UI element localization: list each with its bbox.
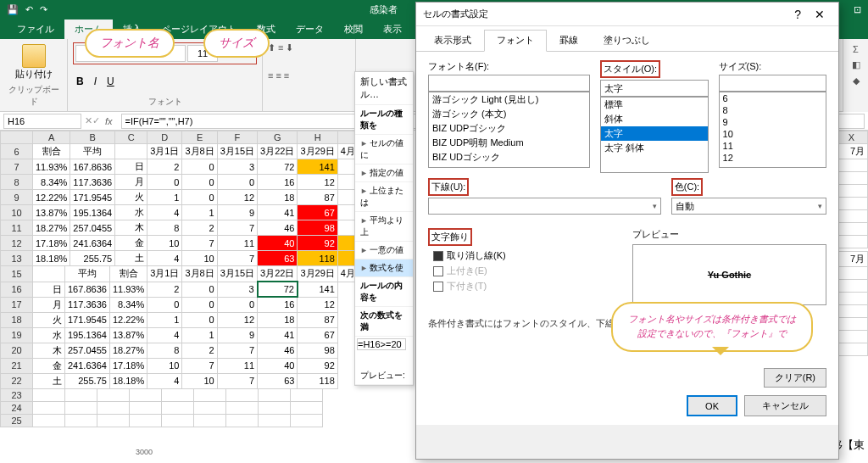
cell[interactable]: 0 [182, 312, 217, 327]
cell[interactable]: 水 [33, 327, 65, 343]
sum-icon[interactable]: Σ [853, 44, 859, 54]
cancel-button[interactable]: キャンセル [744, 395, 826, 416]
cell[interactable]: 117.3636 [70, 175, 115, 190]
cell[interactable] [836, 343, 868, 356]
enter-icon[interactable]: ✓ [92, 115, 100, 126]
fill-icon[interactable]: ◧ [852, 59, 860, 70]
row-header[interactable]: 19 [1, 327, 33, 343]
cell[interactable]: 4 [147, 205, 182, 220]
rule-formula-input[interactable] [357, 338, 406, 350]
sizelist-item[interactable]: 11 [720, 140, 826, 152]
cell[interactable]: 0 [147, 297, 182, 312]
cell[interactable] [33, 266, 65, 282]
cell[interactable]: 118 [298, 373, 337, 388]
sizelist-item[interactable]: 10 [720, 128, 826, 140]
cell[interactable]: 割合 [33, 144, 70, 159]
cell[interactable]: 8 [147, 343, 182, 358]
cell[interactable]: 7 [217, 343, 257, 358]
cell[interactable] [836, 236, 868, 248]
cell[interactable]: 195.1364 [65, 327, 110, 343]
cell[interactable]: 12.22% [33, 190, 70, 205]
fontlist-item[interactable]: BIZ UDP明朝 Medium [429, 136, 589, 150]
cell[interactable]: 171.9545 [65, 312, 110, 327]
italic-button[interactable]: I [91, 74, 100, 89]
cell[interactable]: 12.22% [109, 312, 147, 327]
cell[interactable]: 255.75 [65, 373, 110, 388]
stylelist-item[interactable]: 太字 斜体 [601, 141, 707, 155]
cell[interactable]: 木 [115, 220, 147, 236]
cell[interactable]: 167.8636 [65, 282, 110, 297]
underline-combo[interactable]: ▾ [428, 198, 661, 215]
cell[interactable]: 41 [258, 205, 298, 220]
cell[interactable]: 257.0455 [65, 343, 110, 358]
row-header[interactable]: 20 [1, 343, 33, 358]
help-icon[interactable]: ? [787, 6, 808, 23]
cell[interactable]: 7 [217, 251, 257, 266]
fontlist-item[interactable]: 游ゴシック Light (見出し) [429, 92, 589, 107]
cell[interactable]: 9 [217, 327, 257, 343]
paste-button[interactable]: 貼り付け [5, 42, 62, 82]
sizelist-item[interactable]: 8 [720, 104, 826, 116]
cell[interactable] [33, 388, 65, 401]
cell[interactable] [291, 414, 323, 427]
col-header[interactable]: H [298, 131, 337, 144]
cell[interactable]: 平均 [65, 266, 110, 282]
cell[interactable]: 1 [182, 205, 217, 220]
cell[interactable] [65, 388, 97, 401]
col-header[interactable]: X [836, 131, 868, 144]
cell[interactable]: 3月15日 [217, 266, 257, 282]
cell[interactable]: 土 [33, 373, 65, 388]
clear-button[interactable]: クリア(R) [764, 368, 826, 388]
cell[interactable]: 3月1日 [147, 144, 182, 159]
cell[interactable]: 0 [147, 175, 182, 190]
cell[interactable] [65, 401, 97, 414]
bold-button[interactable]: B [73, 74, 87, 89]
grid-bottom[interactable]: 15平均割合3月1日3月8日3月15日3月22日3月29日4月5日16日167.… [0, 265, 373, 389]
row-header[interactable]: 24 [1, 401, 33, 414]
cell[interactable]: 10 [182, 373, 217, 388]
cell[interactable]: 41 [258, 327, 298, 343]
cell[interactable]: 13.87% [33, 205, 70, 220]
cell[interactable]: 4 [147, 251, 182, 266]
cell[interactable]: 9 [217, 205, 257, 220]
cell[interactable] [836, 159, 868, 172]
cell[interactable]: 3月22日 [258, 266, 298, 282]
cell[interactable]: 1 [147, 312, 182, 327]
row-header[interactable]: 11 [1, 220, 33, 236]
rule-type-item[interactable]: ►数式を使 [355, 259, 413, 277]
cell[interactable]: 92 [298, 358, 337, 373]
cell[interactable]: 8.34% [33, 175, 70, 190]
rule-type-item[interactable]: ►平均より上 [355, 212, 413, 242]
cell[interactable]: 7 [217, 373, 257, 388]
cell[interactable]: 171.9545 [70, 190, 115, 205]
cell[interactable]: 12 [217, 190, 257, 205]
row-header[interactable]: 7 [1, 159, 33, 175]
cell[interactable] [33, 401, 65, 414]
cell[interactable]: 87 [298, 312, 337, 327]
cell[interactable]: 11.93% [33, 159, 70, 175]
cell[interactable]: 割合 [109, 266, 147, 282]
col-header[interactable]: D [147, 131, 182, 144]
cell[interactable]: 141 [298, 159, 337, 175]
cell[interactable] [162, 388, 194, 401]
cell[interactable]: 12 [298, 297, 337, 312]
rule-type-item[interactable]: ►指定の値 [355, 165, 413, 182]
row-header[interactable]: 8 [1, 175, 33, 190]
cell[interactable]: 2 [147, 282, 182, 297]
row-header[interactable]: 13 [1, 251, 33, 266]
align-right-icon[interactable]: ≡ [284, 70, 289, 81]
row-header[interactable]: 17 [1, 297, 33, 312]
fontlist-item[interactable]: BIZ UD明朝 Medium [429, 165, 589, 168]
cancel-icon[interactable]: ✕ [85, 115, 92, 126]
cell[interactable]: 98 [298, 220, 337, 236]
cell[interactable]: 18 [258, 312, 298, 327]
cell[interactable]: 0 [182, 175, 217, 190]
save-icon[interactable]: 💾 [7, 4, 19, 15]
cell[interactable] [65, 414, 97, 427]
cell[interactable] [115, 144, 147, 159]
cell[interactable]: 98 [298, 343, 337, 358]
close-icon[interactable]: ✕ [808, 6, 832, 23]
cell[interactable]: 87 [298, 190, 337, 205]
redo-icon[interactable]: ↷ [40, 4, 47, 15]
cell[interactable]: 67 [298, 205, 337, 220]
